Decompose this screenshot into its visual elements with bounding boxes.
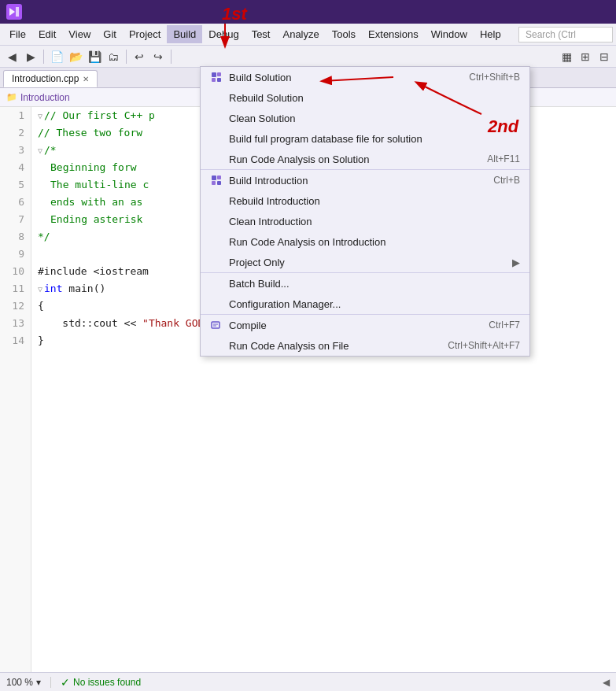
toolbar-btn-extra3[interactable]: ⊟ [596, 48, 613, 65]
dropdown-section-2: Build Introduction Ctrl+B Rebuild Introd… [201, 170, 529, 273]
ln-12: 12 [6, 297, 24, 315]
svg-rect-1 [16, 7, 19, 17]
drop-shortcut-run-analysis-file: Ctrl+Shift+Alt+F7 [448, 340, 520, 351]
zoom-value: 100 % [6, 677, 33, 688]
zoom-dropdown-icon[interactable]: ▾ [36, 677, 41, 688]
tab-close-btn[interactable]: ✕ [83, 75, 89, 83]
collapse-1[interactable]: ▽ [38, 112, 42, 120]
drop-label-build-solution: Build Solution [229, 72, 463, 83]
search-box[interactable]: Search (Ctrl [518, 27, 613, 42]
collapse-3[interactable]: ▽ [38, 146, 42, 155]
menu-file[interactable]: File [3, 25, 32, 43]
redo-btn[interactable]: ↪ [149, 48, 167, 65]
build-dropdown-menu: Build Solution Ctrl+Shift+B Rebuild Solu… [200, 66, 530, 357]
save-btn[interactable]: 💾 [86, 48, 103, 65]
drop-item-build-full-db[interactable]: Build full program database file for sol… [201, 128, 529, 149]
dropdown-section-1: Build Solution Ctrl+Shift+B Rebuild Solu… [201, 67, 529, 170]
drop-item-run-analysis-introduction[interactable]: Run Code Analysis on Introduction [201, 231, 529, 252]
menu-tools[interactable]: Tools [326, 25, 362, 43]
svg-rect-3 [217, 72, 221, 76]
svg-rect-10 [212, 322, 219, 328]
drop-item-build-solution[interactable]: Build Solution Ctrl+Shift+B [201, 67, 529, 87]
back-btn[interactable]: ◀ [3, 48, 20, 65]
menu-project[interactable]: Project [123, 25, 167, 43]
new-btn[interactable]: 📄 [48, 48, 65, 65]
ln-10: 10 [6, 263, 24, 280]
menu-view[interactable]: View [62, 25, 97, 43]
scroll-left-btn[interactable]: ◀ [603, 677, 610, 688]
svg-rect-8 [212, 181, 216, 185]
title-bar [0, 0, 616, 24]
menu-debug[interactable]: Debug [202, 25, 245, 43]
toolbar: ◀ ▶ 📄 📂 💾 🗂 ↩ ↪ ▦ ⊞ ⊟ [0, 46, 616, 68]
collapse-11[interactable]: ▽ [38, 285, 42, 294]
drop-shortcut-run-analysis-solution: Alt+F11 [487, 153, 520, 164]
menu-edit[interactable]: Edit [32, 25, 62, 43]
run-analysis-intro-icon [210, 235, 223, 248]
drop-label-clean-solution: Clean Solution [229, 113, 520, 124]
forward-btn[interactable]: ▶ [22, 48, 39, 65]
zoom-control[interactable]: 100 % ▾ [6, 677, 41, 688]
svg-rect-7 [217, 176, 221, 179]
drop-item-compile[interactable]: Compile Ctrl+F7 [201, 315, 529, 335]
ln-7: 7 [6, 211, 24, 228]
dropdown-section-3: Batch Build... Configuration Manager... [201, 273, 529, 315]
menu-git[interactable]: Git [97, 25, 123, 43]
toolbar-btn-extra2[interactable]: ⊞ [577, 48, 594, 65]
ln-14: 14 [6, 332, 24, 349]
drop-item-clean-solution[interactable]: Clean Solution [201, 108, 529, 128]
ln-9: 9 [6, 246, 24, 263]
drop-item-build-introduction[interactable]: Build Introduction Ctrl+B [201, 170, 529, 190]
drop-label-build-introduction: Build Introduction [229, 175, 487, 187]
menu-window[interactable]: Window [425, 25, 474, 43]
drop-label-rebuild-solution: Rebuild Solution [229, 92, 520, 104]
menu-extensions[interactable]: Extensions [362, 25, 425, 43]
status-ok-icon: ✓ [61, 676, 70, 689]
save-all-btn[interactable]: 🗂 [105, 48, 122, 65]
menu-bar: File Edit View Git Project Build Debug T… [0, 24, 616, 46]
drop-item-clean-introduction[interactable]: Clean Introduction [201, 211, 529, 231]
svg-rect-4 [212, 78, 216, 82]
drop-item-run-analysis-file[interactable]: Run Code Analysis on File Ctrl+Shift+Alt… [201, 335, 529, 356]
clean-intro-icon [210, 215, 223, 227]
drop-label-build-full-db: Build full program database file for sol… [229, 133, 520, 145]
ln-6: 6 [6, 194, 24, 211]
toolbar-sep2 [126, 50, 127, 64]
ln-1: 1 [6, 107, 24, 124]
svg-rect-5 [217, 78, 221, 82]
rebuild-solution-icon [210, 91, 223, 104]
drop-label-run-analysis-file: Run Code Analysis on File [229, 340, 441, 352]
menu-help[interactable]: Help [474, 25, 507, 43]
breadcrumb-folder-icon: 📁 [6, 92, 17, 102]
svg-rect-6 [212, 176, 216, 180]
drop-label-clean-introduction: Clean Introduction [229, 216, 520, 227]
drop-item-project-only[interactable]: Project Only ▶ [201, 252, 529, 272]
svg-rect-2 [212, 72, 216, 77]
batch-build-icon [210, 277, 223, 290]
drop-item-config-manager[interactable]: Configuration Manager... [201, 294, 529, 314]
config-manager-icon [210, 297, 223, 310]
menu-analyze[interactable]: Analyze [276, 25, 325, 43]
toolbar-btn-extra1[interactable]: ▦ [558, 48, 575, 65]
tab-introduction-cpp[interactable]: Introduction.cpp ✕ [3, 70, 98, 87]
build-full-db-icon [210, 132, 223, 145]
open-btn[interactable]: 📂 [67, 48, 84, 65]
ln-13: 13 [6, 315, 24, 332]
svg-marker-0 [9, 8, 15, 16]
ln-5: 5 [6, 176, 24, 194]
build-solution-icon [210, 71, 223, 83]
drop-label-config-manager: Configuration Manager... [229, 298, 520, 310]
menu-build[interactable]: Build [167, 25, 202, 43]
status-sep [50, 677, 51, 688]
drop-item-batch-build[interactable]: Batch Build... [201, 273, 529, 294]
undo-btn[interactable]: ↩ [131, 48, 148, 65]
drop-item-rebuild-solution[interactable]: Rebuild Solution [201, 87, 529, 108]
run-analysis-file-icon [210, 339, 223, 352]
project-only-arrow-icon: ▶ [512, 257, 520, 268]
drop-item-rebuild-introduction[interactable]: Rebuild Introduction [201, 190, 529, 211]
tab-label: Introduction.cpp [12, 73, 79, 84]
drop-item-run-analysis-solution[interactable]: Run Code Analysis on Solution Alt+F11 [201, 149, 529, 169]
toolbar-sep3 [171, 50, 172, 64]
status-message: ✓ No issues found [61, 676, 141, 689]
menu-test[interactable]: Test [245, 25, 277, 43]
